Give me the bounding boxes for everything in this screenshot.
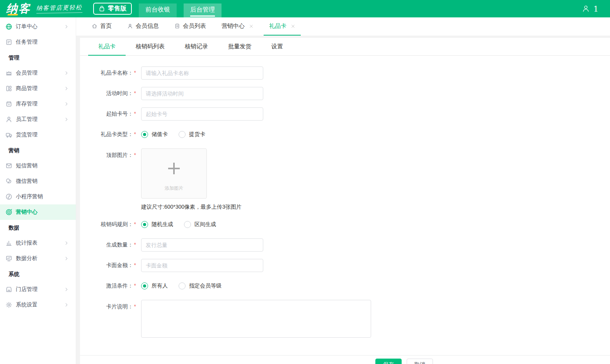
field-control: 添加图片建议尺寸:600*300像素，最多上传3张图片	[141, 148, 242, 211]
activation-condition-radio-所有人[interactable]: 所有人	[141, 282, 168, 289]
field-label: 激活条件：*	[80, 282, 136, 289]
field-control	[141, 66, 263, 80]
plus-icon	[165, 160, 183, 177]
required-asterisk: *	[134, 303, 136, 310]
sidebar-item-门店管理[interactable]: 门店管理	[0, 282, 76, 297]
chevron-right-icon	[64, 241, 69, 245]
chevron-right-icon	[64, 24, 69, 29]
code-rule-radio-随机生成[interactable]: 随机生成	[141, 221, 173, 228]
generate-quantity-input[interactable]	[141, 238, 263, 252]
sidebar-item-label: 系统设置	[16, 301, 37, 308]
field-label: 卡面金额：*	[80, 262, 136, 269]
radio-dot	[184, 221, 191, 228]
gift-card-form: 礼品卡名称：*活动时间：*起始卡号：*礼品卡类型：*储值卡提货卡顶部图片：*添加…	[80, 56, 610, 346]
form-row-activity-time: 活动时间：*	[80, 87, 610, 100]
activation-condition-radio-group: 所有人指定会员等级	[141, 279, 222, 293]
form-row-start-card-number: 起始卡号：*	[80, 107, 610, 121]
subtab-礼品卡[interactable]: 礼品卡	[88, 38, 126, 56]
activation-condition-radio-指定会员等级[interactable]: 指定会员等级	[179, 282, 222, 289]
required-asterisk: *	[134, 131, 136, 137]
member-icon	[127, 23, 133, 29]
sidebar-item-商品管理[interactable]: 商品管理	[0, 81, 76, 96]
content-row: 礼品卡核销码列表核销记录批量发货设置 礼品卡名称：*活动时间：*起始卡号：*礼品…	[76, 38, 610, 364]
field-control	[141, 300, 371, 339]
gift-card-name-input[interactable]	[141, 66, 263, 80]
tab-会员列表[interactable]: 会员列表	[169, 17, 211, 36]
front-cashier-button[interactable]: 前台收银	[139, 3, 177, 17]
order-center-globe-icon	[5, 23, 12, 30]
sidebar-item-统计报表[interactable]: 统计报表	[0, 235, 76, 251]
form-footer: 保存 取消	[80, 355, 610, 364]
sidebar-item-微信营销[interactable]: 微信营销	[0, 173, 76, 189]
task-manage-icon	[5, 39, 12, 46]
radio-dot-inner	[143, 284, 146, 287]
close-icon[interactable]	[249, 24, 254, 29]
subtab-核销码列表[interactable]: 核销码列表	[126, 38, 175, 56]
close-icon[interactable]	[291, 24, 295, 29]
gift-card-type-radio-提货卡[interactable]: 提货卡	[179, 131, 205, 138]
sidebar-item-label: 短信营销	[16, 162, 37, 169]
card-description-textarea[interactable]	[141, 300, 371, 338]
form-row-activation-condition: 激活条件：*所有人指定会员等级	[80, 279, 610, 293]
form-row-gift-card-type: 礼品卡类型：*储值卡提货卡	[80, 128, 610, 141]
sidebar-item-label: 会员管理	[16, 70, 37, 77]
radio-label: 所有人	[152, 282, 168, 289]
subtab-bar: 礼品卡核销码列表核销记录批量发货设置	[80, 38, 610, 56]
code-rule-radio-区间生成[interactable]: 区间生成	[184, 221, 216, 228]
sidebar-item-短信营销[interactable]: 短信营销	[0, 158, 76, 173]
user-area: 1	[582, 4, 598, 14]
gift-card-type-radio-储值卡[interactable]: 储值卡	[141, 131, 168, 138]
sms-marketing-icon	[5, 162, 12, 169]
tab-会员信息[interactable]: 会员信息	[122, 17, 164, 36]
tab-营销中心[interactable]: 营销中心	[216, 17, 259, 36]
system-settings-gear-icon	[5, 301, 12, 308]
sidebar-item-数据分析[interactable]: 数据分析	[0, 251, 76, 266]
sidebar-item-label: 员工管理	[16, 116, 37, 123]
start-card-number-input[interactable]	[141, 107, 263, 121]
save-button[interactable]: 保存	[375, 359, 402, 364]
sidebar-item-label: 统计报表	[16, 240, 37, 247]
sidebar-group-title: 营销	[0, 143, 76, 158]
tab-bar: 首页会员信息会员列表营销中心礼品卡	[76, 17, 610, 36]
user-icon[interactable]	[582, 5, 590, 13]
sidebar-item-订单中心[interactable]: 订单中心	[0, 19, 76, 34]
field-control: 所有人指定会员等级	[141, 279, 222, 293]
tab-礼品卡[interactable]: 礼品卡	[264, 17, 301, 36]
radio-label: 随机生成	[152, 221, 173, 228]
wechat-marketing-icon	[5, 178, 12, 185]
field-label-text: 生成数量：	[106, 242, 133, 248]
field-label-text: 礼品卡类型：	[101, 131, 133, 137]
radio-label: 储值卡	[152, 131, 168, 138]
top-image-upload-box[interactable]: 添加图片	[141, 148, 207, 199]
inventory-manage-icon	[5, 100, 12, 107]
required-asterisk: *	[134, 70, 136, 76]
sidebar-item-label: 任务管理	[16, 39, 37, 46]
subtab-批量发货[interactable]: 批量发货	[218, 38, 261, 56]
subtab-设置[interactable]: 设置	[261, 38, 293, 56]
sidebar-item-小程序营销[interactable]: 小程序营销	[0, 189, 76, 204]
radio-label: 提货卡	[189, 131, 205, 138]
activity-time-input[interactable]	[141, 87, 263, 100]
required-asterisk: *	[134, 282, 136, 289]
sidebar-item-label: 微信营销	[16, 178, 37, 185]
tab-首页[interactable]: 首页	[86, 17, 117, 36]
subtab-核销记录[interactable]: 核销记录	[175, 38, 218, 56]
sidebar-group-title: 数据	[0, 220, 76, 235]
sidebar-item-营销中心[interactable]: 营销中心	[0, 204, 76, 220]
sidebar-item-任务管理[interactable]: 任务管理	[0, 34, 76, 50]
card-amount-input[interactable]	[141, 259, 263, 272]
sidebar-item-库存管理[interactable]: 库存管理	[0, 96, 76, 112]
chevron-right-icon	[64, 71, 69, 75]
sidebar-item-货流管理[interactable]: 货流管理	[0, 127, 76, 143]
logo[interactable]: 纳客	[6, 1, 31, 17]
cancel-button[interactable]: 取消	[407, 359, 433, 364]
sidebar-item-系统设置[interactable]: 系统设置	[0, 297, 76, 313]
form-row-card-description: 卡片说明：*	[80, 300, 610, 339]
field-label-text: 激活条件：	[106, 282, 133, 289]
sidebar-item-会员管理[interactable]: 会员管理	[0, 65, 76, 81]
field-label: 礼品卡类型：*	[80, 131, 136, 138]
member-manage-crown-icon	[5, 70, 12, 77]
sidebar-item-员工管理[interactable]: 员工管理	[0, 112, 76, 127]
backend-manage-button[interactable]: 后台管理	[184, 3, 222, 17]
data-analysis-icon	[5, 255, 12, 262]
